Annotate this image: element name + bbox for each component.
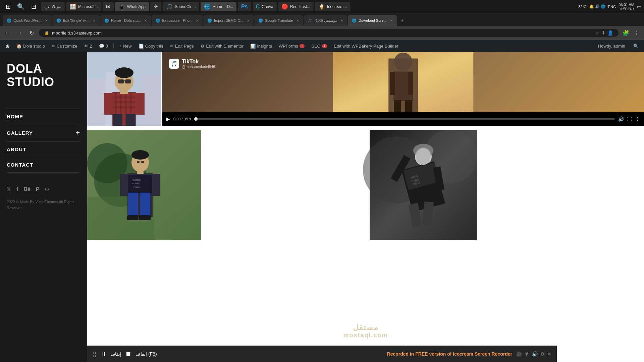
recording-icon-1[interactable]: 🎥 [516, 351, 522, 357]
wp-search-icon[interactable]: 🔍 [631, 42, 641, 50]
address-bar[interactable]: 🔒 moorfield.s3-tastewp.com ☆ ⬇ 👤 [39, 29, 619, 37]
gallery-bw-photo[interactable]: WORK HARD REST [203, 130, 644, 240]
nav-about[interactable]: ABOUT [7, 142, 80, 157]
taskbar-app-arabic[interactable]: بسينلاد [41, 2, 65, 11]
nav-contact[interactable]: CONTACT [7, 157, 80, 173]
taskbar-temp: 32°C [578, 5, 587, 9]
social-behance-icon[interactable]: Bē [23, 186, 30, 192]
bw-image: WORK HARD REST [203, 130, 644, 240]
wp-customize[interactable]: ✏Customize [49, 42, 80, 50]
start-button[interactable]: ⊞ [3, 1, 13, 12]
bookmark-star-icon[interactable]: ☆ [595, 30, 599, 36]
tab-edit-single[interactable]: 🌐Edit 'Single' wi...✕ [52, 15, 100, 26]
svg-rect-28 [394, 100, 401, 112]
svg-rect-41 [140, 193, 150, 217]
video-progress-handle[interactable] [194, 117, 198, 121]
social-facebook-icon[interactable]: f [16, 186, 18, 192]
recording-icon-3[interactable]: 🔊 [532, 351, 538, 357]
wp-comments[interactable]: 💬0 [96, 42, 111, 50]
wp-logo[interactable]: ⊕ [3, 42, 12, 51]
video-progress-bar[interactable] [194, 118, 615, 120]
gallery-video-item[interactable]: 🎵 TikTok @mohamedadel9461 ▶ [162, 52, 644, 126]
nav-home[interactable]: HOME [7, 109, 80, 124]
gallery-expand-icon[interactable]: + [76, 129, 80, 137]
recording-icon-2[interactable]: 🎙 [525, 351, 529, 357]
recording-drag-icon[interactable]: ⣿ [93, 351, 97, 357]
wp-copy-this[interactable]: 📄Copy this [136, 42, 166, 50]
social-twitter-icon[interactable]: 𝕏 [7, 186, 11, 192]
social-flickr-icon[interactable]: ⊙ [45, 186, 49, 192]
main-content: DOLA STUDIO HOME GALLERY + ABOUT CONTACT… [0, 52, 644, 362]
taskbar-app-photoshop[interactable]: Ps [238, 2, 251, 11]
taskbar-app-browser[interactable]: 🌐Home - D... [201, 2, 236, 11]
wp-edit-page[interactable]: ✏Edit Page [167, 42, 197, 50]
graffiti-image: WORK HARD REST [87, 130, 201, 240]
taskbar-app-soundcloud[interactable]: 🎵SoundClo... [163, 2, 199, 11]
wp-site-name[interactable]: 🏠Dola studio [14, 42, 48, 50]
taskbar-app-whatsapp[interactable]: 📱WhatsApp [115, 2, 149, 11]
wp-forms[interactable]: WPForms1 [276, 42, 307, 50]
tab-expossure[interactable]: 🌐Expossure - Pho...✕ [152, 15, 203, 26]
svg-rect-18 [118, 79, 124, 83]
tab-google-translate[interactable]: 🌐Google Translate✕ [254, 15, 303, 26]
browser-menu-icon[interactable]: ⋮ [632, 28, 641, 38]
forward-button[interactable]: → [15, 28, 24, 38]
video-container: 🎵 TikTok @mohamedadel9461 ▶ [162, 52, 644, 126]
taskbar-app-telegram[interactable]: ✈ [150, 2, 161, 11]
social-pinterest-icon[interactable]: P [36, 186, 40, 192]
taskbar-app-canva[interactable]: CCanva [253, 2, 277, 11]
gallery-portrait-photo[interactable] [87, 52, 161, 126]
tab-import-demo[interactable]: 🌐Import DEMO C...✕ [203, 15, 253, 26]
gallery-row-1: 🎵 TikTok @mohamedadel9461 ▶ [87, 52, 644, 126]
search-button[interactable]: 🔍 [15, 1, 26, 12]
recording-info-text: إيقاف (F8) [136, 351, 383, 357]
svg-rect-42 [127, 215, 139, 220]
profile-icon[interactable]: 👤 [607, 30, 613, 36]
tab-home-dola[interactable]: 🌐Home - Dola stu...✕ [100, 15, 151, 26]
taskbar-app-red-illust[interactable]: 🔴Red Illust... [278, 2, 314, 11]
page-content: 🎵 TikTok @mohamedadel9461 ▶ [87, 52, 644, 362]
social-icons: 𝕏 f Bē P ⊙ [7, 186, 80, 192]
svg-rect-50 [141, 161, 144, 163]
svg-rect-15 [135, 93, 145, 115]
nav-right-icons: 🧩 ⋮ [621, 28, 641, 38]
recording-icon-4[interactable]: ⚙ [540, 351, 545, 357]
extensions-icon[interactable]: 🧩 [621, 28, 631, 38]
taskbar-app-mail[interactable]: ✉ [103, 2, 114, 11]
video-more-icon[interactable]: ⋮ [635, 116, 640, 122]
taskbar-expand[interactable]: ▭ [637, 4, 641, 9]
portrait-image [87, 52, 161, 126]
tab-music[interactable]: 🎵موسيقي (103)✕ [304, 15, 347, 26]
wp-bakery[interactable]: Edit with WPBakery Page Builder [331, 42, 401, 50]
gallery-graffiti-photo[interactable]: WORK HARD REST [87, 130, 201, 240]
watermark-overlay: مستقل mostaql.com [343, 323, 388, 339]
recording-close-icon[interactable]: ✕ [547, 351, 551, 357]
nav-gallery[interactable]: GALLERY + [7, 124, 80, 142]
recording-pause-icon[interactable]: ⏸ [101, 351, 107, 358]
wp-admin-link[interactable]: Howdy, admin [595, 42, 628, 50]
sidebar: DOLA STUDIO HOME GALLERY + ABOUT CONTACT… [0, 52, 87, 362]
taskbar-app-microsoft[interactable]: 🪟Microsoft... [66, 2, 101, 11]
video-fullscreen-icon[interactable]: ⛶ [627, 116, 632, 122]
wp-insights[interactable]: 📊Insights [248, 42, 275, 50]
wp-elementor[interactable]: ⚙Edit with Elementor [198, 42, 246, 50]
wp-seo[interactable]: SEO1 [309, 42, 330, 50]
taskbar-app-icecream[interactable]: 🍦Icecream... [315, 2, 350, 11]
download-icon[interactable]: ⬇ [601, 30, 605, 36]
recording-stop-icon[interactable]: ⏹ [125, 351, 131, 358]
svg-rect-26 [390, 72, 395, 95]
tab-download-screen[interactable]: 🌐Download Scre...✕ [348, 15, 397, 26]
task-view-button[interactable]: ⊟ [28, 1, 39, 12]
wp-new-button[interactable]: +New [116, 42, 135, 50]
svg-rect-40 [128, 193, 138, 217]
reload-button[interactable]: ↻ [27, 28, 36, 38]
taskbar-right: 32°C 🔔 🔊 🌐 ENG 06:01 AM ١-٢/٧/٢٠٢٤ ▭ [578, 3, 641, 10]
wp-view[interactable]: 👁2 [81, 42, 95, 50]
tab-wordpress[interactable]: 🌐Quick WordPre...✕ [3, 15, 52, 26]
nav-bar: ← → ↻ 🔒 moorfield.s3-tastewp.com ☆ ⬇ 👤 🧩… [0, 26, 644, 40]
video-volume-icon[interactable]: 🔊 [618, 116, 624, 122]
tiktok-text: TikTok @mohamedadel9461 [182, 59, 217, 69]
video-play-icon[interactable]: ▶ [166, 116, 170, 122]
new-tab-button[interactable]: + [397, 16, 407, 25]
back-button[interactable]: ← [3, 28, 12, 38]
